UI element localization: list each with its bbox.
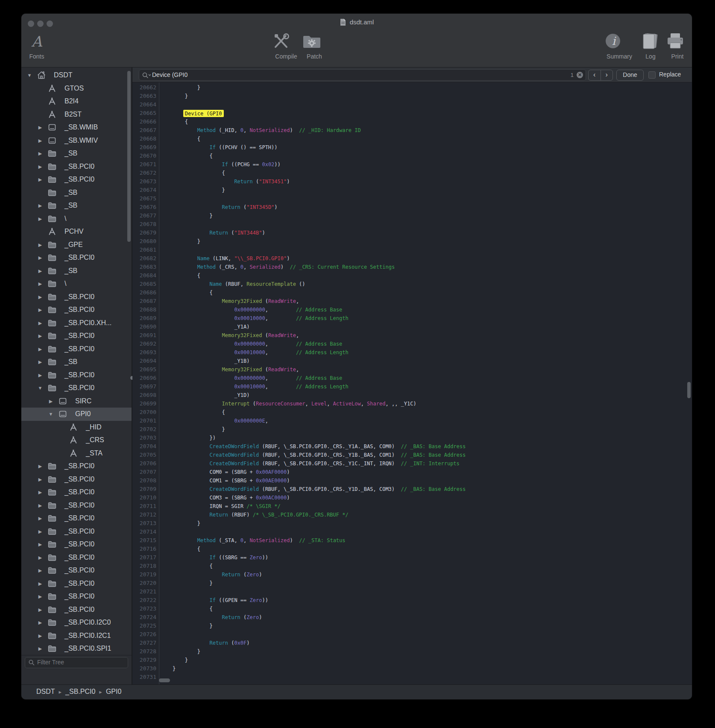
code-line[interactable]: Return (Zero): [160, 570, 466, 579]
code-line[interactable]: COM1 = (SBRG + 0x00AE0000): [160, 476, 466, 485]
code-line[interactable]: _Y1B): [160, 357, 466, 365]
tree-item-sbpci0[interactable]: ▶_SB.PCI0: [21, 590, 132, 603]
disclosure-closed-icon[interactable]: ▶: [37, 125, 43, 130]
code-line[interactable]: Return ("INT3451"): [160, 177, 466, 186]
code-line[interactable]: [160, 220, 466, 229]
code-content[interactable]: } } Device (GPI0 { Method (_HID, 0, NotS…: [160, 83, 466, 681]
find-previous-button[interactable]: ‹: [589, 70, 601, 80]
code-line[interactable]: }: [160, 664, 466, 673]
code-line[interactable]: CreateDWordField (RBUF, \_SB.PCI0.GPI0._…: [160, 459, 466, 468]
code-line[interactable]: [160, 630, 466, 639]
compile-button[interactable]: Compile: [271, 32, 301, 60]
disclosure-closed-icon[interactable]: ▶: [48, 398, 54, 404]
tree-item-sb[interactable]: _SB: [21, 186, 132, 200]
code-line[interactable]: [160, 673, 466, 681]
code-line[interactable]: CreateDWordField (RBUF, \_SB.PCI0.GPI0._…: [160, 442, 466, 451]
code-line[interactable]: {: [160, 605, 466, 613]
tree-item-dsdt[interactable]: ▼DSDT: [21, 69, 132, 82]
code-line[interactable]: Return ("INT344B"): [160, 229, 466, 237]
tree-item-gpi0[interactable]: ▼GPI0: [21, 408, 132, 421]
code-line[interactable]: {: [160, 117, 466, 126]
disclosure-closed-icon[interactable]: ▶: [37, 594, 43, 599]
code-line[interactable]: Memory32Fixed (ReadWrite,: [160, 365, 466, 374]
disclosure-closed-icon[interactable]: ▶: [37, 138, 43, 143]
code-line[interactable]: [160, 194, 466, 203]
tree-item-sbwmib[interactable]: ▶_SB.WMIB: [21, 121, 132, 134]
code-line[interactable]: Name (LINK, "\\_SB.PCI0.GPI0"): [160, 254, 466, 263]
disclosure-closed-icon[interactable]: ▶: [37, 555, 43, 560]
code-line[interactable]: [160, 246, 466, 254]
tree-item-sb[interactable]: ▶_SB: [21, 199, 132, 212]
disclosure-closed-icon[interactable]: ▶: [37, 294, 43, 299]
tree-item-crs[interactable]: _CRS: [21, 434, 132, 447]
disclosure-closed-icon[interactable]: ▶: [37, 464, 43, 469]
code-line[interactable]: [160, 528, 466, 536]
tree-item-b2st[interactable]: B2ST: [21, 108, 132, 121]
code-line[interactable]: }: [160, 622, 466, 630]
disclosure-closed-icon[interactable]: ▶: [37, 620, 43, 625]
tree-item-sbpci0[interactable]: ▶_SB.PCI0: [21, 499, 132, 512]
disclosure-closed-icon[interactable]: ▶: [37, 151, 43, 156]
code-line[interactable]: 0x00010000, // Address Length: [160, 382, 466, 391]
code-line[interactable]: Memory32Fixed (ReadWrite,: [160, 331, 466, 340]
code-line[interactable]: If ((PCHV () == SPTH)): [160, 143, 466, 152]
tree-item-sbpci0[interactable]: ▶_SB.PCI0: [21, 160, 132, 173]
tree-item-sbpci0[interactable]: ▶_SB.PCI0: [21, 173, 132, 186]
disclosure-closed-icon[interactable]: ▶: [37, 633, 43, 638]
code-line[interactable]: 0x00010000, // Address Length: [160, 314, 466, 323]
vertical-scrollbar[interactable]: [687, 382, 691, 398]
tree-item-sbpci0[interactable]: ▶_SB.PCI0: [21, 512, 132, 525]
code-line[interactable]: Interrupt (ResourceConsumer, Level, Acti…: [160, 399, 466, 408]
disclosure-open-icon[interactable]: ▼: [37, 385, 43, 390]
code-line[interactable]: COM0 = (SBRG + 0x00AF0000): [160, 468, 466, 476]
horizontal-scrollbar[interactable]: [159, 678, 170, 682]
tree-item-sbpci0[interactable]: ▶_SB.PCI0: [21, 525, 132, 538]
disclosure-closed-icon[interactable]: ▶: [37, 307, 43, 313]
code-line[interactable]: }: [160, 237, 466, 246]
tree-item-sbpci0[interactable]: ▶_SB.PCI0: [21, 486, 132, 499]
fonts-button[interactable]: A Fonts: [25, 32, 49, 60]
code-line[interactable]: {: [160, 135, 466, 143]
code-line[interactable]: 0x00000000, // Address Base: [160, 340, 466, 348]
code-line[interactable]: {: [160, 545, 466, 553]
tree-item-sb[interactable]: ▶_SB: [21, 355, 132, 369]
tree-item-gpe[interactable]: ▶_GPE: [21, 238, 132, 252]
code-line[interactable]: }: [160, 186, 466, 194]
tree-item-sbpci0[interactable]: ▶_SB.PCI0: [21, 251, 132, 264]
code-line[interactable]: If ((GPEN == Zero)): [160, 596, 466, 605]
summary-button[interactable]: i Summary: [604, 32, 635, 60]
code-line[interactable]: Memory32Fixed (ReadWrite,: [160, 297, 466, 305]
code-line[interactable]: CreateDWordField (RBUF, \_SB.PCI0.GPI0._…: [160, 485, 466, 493]
tree-item-sbpci0[interactable]: ▶_SB.PCI0: [21, 551, 132, 564]
disclosure-closed-icon[interactable]: ▶: [37, 607, 43, 612]
code-line[interactable]: {: [160, 169, 466, 177]
print-button[interactable]: Print: [665, 32, 689, 60]
code-line[interactable]: Name (RBUF, ResourceTemplate (): [160, 280, 466, 288]
disclosure-closed-icon[interactable]: ▶: [37, 528, 43, 534]
tree-item-gtos[interactable]: GTOS: [21, 82, 132, 95]
replace-checkbox[interactable]: [648, 71, 656, 79]
code-line[interactable]: }: [160, 647, 466, 656]
code-line[interactable]: Return ("INT345D"): [160, 203, 466, 211]
disclosure-closed-icon[interactable]: ▶: [37, 476, 43, 482]
code-line[interactable]: {: [160, 562, 466, 570]
code-line[interactable]: 0x00000000, // Address Base: [160, 374, 466, 382]
breadcrumb-item[interactable]: GPI0: [106, 688, 121, 695]
code-line[interactable]: If ((PCHG == 0x02)): [160, 160, 466, 169]
code-line[interactable]: }: [160, 92, 466, 100]
tree-item-pchv[interactable]: PCHV: [21, 225, 132, 238]
tree-item-sbpci0[interactable]: ▶_SB.PCI0: [21, 303, 132, 317]
disclosure-closed-icon[interactable]: ▶: [37, 359, 43, 365]
tree-item-sbpci0i2c1[interactable]: ▶_SB.PCI0.I2C1: [21, 629, 132, 643]
log-button[interactable]: Log: [640, 32, 661, 60]
code-line[interactable]: Method (_HID, 0, NotSerialized) // _HID:…: [160, 126, 466, 135]
code-line[interactable]: If ((SBRG == Zero)): [160, 553, 466, 562]
code-line[interactable]: 0x00010000, // Address Length: [160, 348, 466, 357]
disclosure-closed-icon[interactable]: ▶: [37, 268, 43, 273]
tree-item-hid[interactable]: _HID: [21, 421, 132, 434]
code-line[interactable]: }: [160, 425, 466, 434]
tree-item-sbpci0[interactable]: ▶_SB.PCI0: [21, 343, 132, 356]
code-line[interactable]: {: [160, 408, 466, 417]
breadcrumb-item[interactable]: DSDT: [36, 688, 55, 695]
tree-item-sb[interactable]: ▶_SB: [21, 147, 132, 160]
